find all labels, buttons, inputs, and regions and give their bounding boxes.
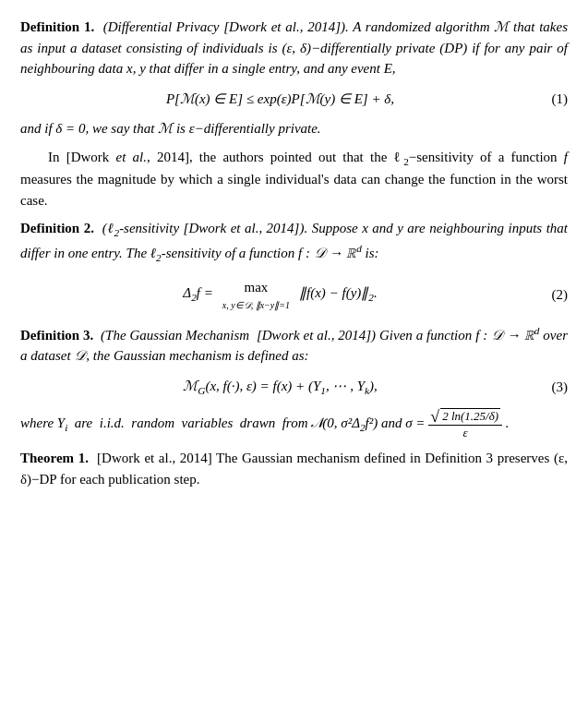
def3-label: Definition 3. [20, 328, 93, 343]
eq2-rhs: ‖f(x) − f(y)‖2. [299, 283, 378, 306]
eq2-number: (2) [540, 284, 568, 306]
sigma-denominator: ε [462, 426, 470, 441]
sigma-frac-block: √ 2 ln(1.25/δ) ε [428, 408, 502, 441]
definition-1-text: Definition 1. (Differential Privacy [Dwo… [20, 17, 568, 79]
eq1-math: P[ℳ(x) ∈ E] ≤ exp(ε)P[ℳ(y) ∈ E] + δ, [166, 89, 394, 110]
equation-3: ℳG(x, f(·), ε) = f(x) + (Y1, ⋯ , Yk), (3… [20, 376, 568, 399]
theorem1-label: Theorem 1. [20, 451, 89, 465]
definition-2-text: Definition 2. (ℓ2-sensitivity [Dwork et … [20, 218, 568, 266]
middle-paragraph: In [Dwork et al., 2014], the authors poi… [20, 147, 568, 211]
max-label: max [245, 277, 269, 298]
sigma-fraction: √ 2 ln(1.25/δ) ε [428, 408, 502, 441]
page-content: Definition 1. (Differential Privacy [Dwo… [20, 17, 568, 489]
sqrt-symbol: √ [430, 408, 439, 425]
eq3-number: (3) [540, 377, 568, 398]
def3-continuation: where Yi are i.i.d. random variables dra… [20, 408, 568, 441]
sqrt-block: √ 2 ln(1.25/δ) [430, 408, 500, 425]
def1-label: Definition 1. [20, 19, 94, 34]
et-al-1: et al. [116, 150, 147, 164]
eq2-lhs: Δ2f = [183, 283, 212, 306]
def2-content: (ℓ2-sensitivity [Dwork et al., 2014]). S… [20, 221, 568, 260]
equation-2: Δ2f = max x, y∈𝒟, ‖x−y‖=1 ‖f(x) − f(y)‖2… [20, 277, 568, 312]
def1-continuation-text: and if δ = 0, we say that ℳ is ε−differe… [20, 121, 321, 136]
eq1-number: (1) [540, 89, 568, 110]
eq2-content: Δ2f = max x, y∈𝒟, ‖x−y‖=1 ‖f(x) − f(y)‖2… [20, 277, 540, 312]
theorem1-content: [Dwork et al., 2014] The Gaussian mechan… [20, 451, 568, 487]
theorem-1-text: Theorem 1. [Dwork et al., 2014] The Gaus… [20, 448, 568, 489]
eq1-content: P[ℳ(x) ∈ E] ≤ exp(ε)P[ℳ(y) ∈ E] + δ, [20, 89, 540, 110]
max-subscript: x, y∈𝒟, ‖x−y‖=1 [222, 298, 290, 312]
sigma-numerator: √ 2 ln(1.25/δ) [428, 408, 502, 426]
definition-3-text: Definition 3. (The Gaussian Mechanism [D… [20, 323, 568, 367]
sqrt-content: 2 ln(1.25/δ) [440, 408, 500, 425]
eq3-math: ℳG(x, f(·), ε) = f(x) + (Y1, ⋯ , Yk), [183, 376, 377, 399]
equation-1: P[ℳ(x) ∈ E] ≤ exp(ε)P[ℳ(y) ∈ E] + δ, (1) [20, 89, 568, 110]
eq2-max: max x, y∈𝒟, ‖x−y‖=1 [222, 277, 290, 312]
def2-label: Definition 2. [20, 221, 94, 235]
def3-content: (The Gaussian Mechanism [Dwork et al., 2… [20, 328, 568, 364]
eq3-content: ℳG(x, f(·), ε) = f(x) + (Y1, ⋯ , Yk), [20, 376, 540, 399]
def1-content: (Differential Privacy [Dwork et al., 201… [20, 19, 568, 76]
def1-continuation: and if δ = 0, we say that ℳ is ε−differe… [20, 118, 568, 139]
